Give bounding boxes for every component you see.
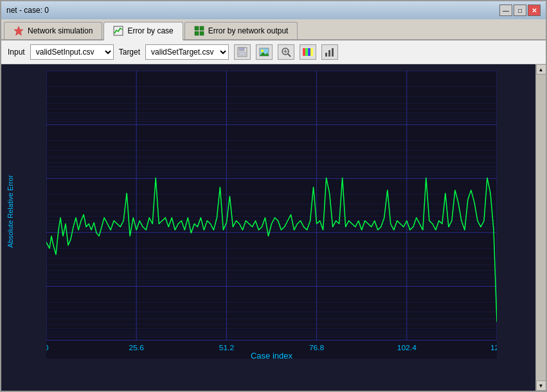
input-label: Input <box>8 48 25 57</box>
svg-text:Case index: Case index <box>251 352 293 359</box>
svg-rect-8 <box>239 52 246 55</box>
chart-svg: 10⁰ 10⁻¹ 10⁻² 10⁻³ 10⁻⁴ 10⁻⁵ 0 25.6 51.2… <box>46 71 497 359</box>
svg-marker-0 <box>14 26 23 35</box>
image-icon <box>258 46 270 58</box>
svg-text:0: 0 <box>46 343 49 352</box>
minimize-button[interactable]: — <box>499 4 512 16</box>
svg-rect-22 <box>332 48 334 57</box>
scrollbar-right: ▲ ▼ <box>535 64 546 391</box>
svg-text:128: 128 <box>490 343 497 352</box>
svg-text:25.6: 25.6 <box>129 343 144 352</box>
star-icon <box>13 26 24 36</box>
svg-rect-2 <box>195 26 199 30</box>
color-icon <box>302 46 314 58</box>
svg-rect-18 <box>308 48 310 56</box>
window-controls: — □ ✕ <box>499 4 541 16</box>
chart-icon <box>113 26 123 36</box>
toolbar: Input validSetInput.csv Target validSetT… <box>1 40 546 64</box>
color-button[interactable] <box>300 44 316 60</box>
svg-rect-16 <box>303 48 305 56</box>
scroll-down-button[interactable]: ▼ <box>536 380 546 391</box>
target-label: Target <box>119 48 140 57</box>
tab-network-simulation[interactable]: Network simulation <box>4 22 102 39</box>
svg-rect-17 <box>305 48 308 56</box>
svg-rect-7 <box>239 48 244 51</box>
svg-rect-21 <box>328 50 330 57</box>
image-button[interactable] <box>256 44 273 60</box>
tab-error-by-network-output[interactable]: Error by network output <box>184 22 298 39</box>
svg-rect-20 <box>325 53 327 57</box>
y-axis-label: Absolute Relative Error <box>6 175 14 247</box>
title-bar: net - case: 0 — □ ✕ <box>1 1 546 19</box>
svg-rect-3 <box>200 26 204 30</box>
bar-chart-button[interactable] <box>321 44 338 60</box>
main-window: net - case: 0 — □ ✕ Network simulation E… <box>0 0 547 392</box>
zoom-button[interactable] <box>278 44 294 60</box>
target-select[interactable]: validSetTarget.csv <box>145 44 229 60</box>
window-title: net - case: 0 <box>6 6 49 15</box>
scroll-up-button[interactable]: ▲ <box>536 64 546 75</box>
svg-rect-5 <box>200 31 204 35</box>
tabs-bar: Network simulation Error by case Error b… <box>1 19 546 40</box>
tab-label-error-by-network-output: Error by network output <box>208 26 289 35</box>
svg-text:51.2: 51.2 <box>219 343 234 352</box>
tab-error-by-case[interactable]: Error by case <box>103 22 183 40</box>
tab-label-error-by-case: Error by case <box>127 26 173 35</box>
svg-text:76.8: 76.8 <box>309 343 325 352</box>
scroll-track[interactable] <box>536 75 546 380</box>
zoom-icon <box>280 46 292 58</box>
tab-label-network-simulation: Network simulation <box>28 26 93 35</box>
content-area: Absolute Relative Error <box>1 64 546 391</box>
svg-rect-19 <box>310 48 313 56</box>
close-button[interactable]: ✕ <box>528 4 541 16</box>
svg-line-13 <box>288 54 291 57</box>
input-select[interactable]: validSetInput.csv <box>30 44 114 60</box>
save-button[interactable] <box>234 44 251 60</box>
maximize-button[interactable]: □ <box>514 4 526 16</box>
svg-rect-4 <box>195 31 199 35</box>
save-icon <box>237 46 248 58</box>
bar-chart-icon <box>324 46 336 58</box>
svg-point-10 <box>261 49 264 52</box>
svg-text:102.4: 102.4 <box>397 343 417 352</box>
chart-container: Absolute Relative Error <box>1 64 535 391</box>
grid-icon <box>194 26 204 36</box>
